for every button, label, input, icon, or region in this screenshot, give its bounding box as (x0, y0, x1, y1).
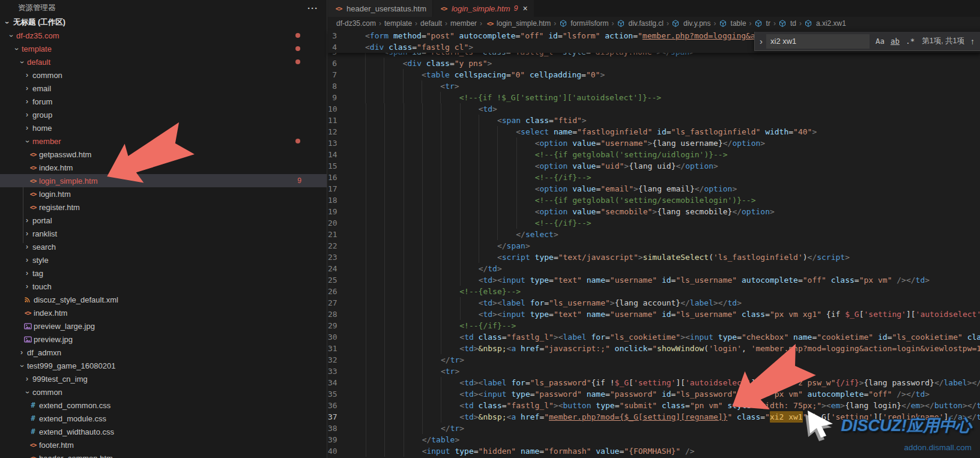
toggle-replace-icon[interactable]: › (760, 36, 763, 46)
tree-item-header-common-htm[interactable]: <>header_common.htm (0, 451, 327, 458)
code-line-14[interactable]: 14<!--{if getglobal('setting/uidlogin')}… (328, 149, 980, 160)
code-line-17[interactable]: 17<option value="email">{lang email}</op… (328, 183, 980, 194)
tree-item-email[interactable]: ›email (0, 82, 327, 95)
code-line-11[interactable]: 11<span class="ftid"> (328, 115, 980, 126)
code-line-31[interactable]: 31<td>&nbsp;<a href="javascript:;" oncli… (328, 343, 980, 354)
breadcrumb-item[interactable]: div.y.pns (672, 19, 711, 28)
code-line-13[interactable]: 13<option value="username">{lang usernam… (328, 137, 980, 149)
tree-item-ranklist[interactable]: ›ranklist (0, 227, 327, 240)
tree-item-extend-widthauto-css[interactable]: #extend_widthauto.css (0, 425, 327, 438)
code-line-29[interactable]: 29<!--{/if}--> (328, 320, 980, 331)
symbol-icon (779, 20, 788, 27)
tree-item-preview-large-jpg[interactable]: preview_large.jpg (0, 319, 327, 333)
tree-item-template[interactable]: ›template (0, 42, 327, 55)
breadcrumb-item[interactable]: tr (755, 19, 770, 28)
code-line-15[interactable]: 15<option value="uid">{lang uid}</option… (328, 160, 980, 172)
tree-item-register-htm[interactable]: <>register.htm (0, 200, 327, 214)
file-tree: ›df-dz35.com›template›default›common›ema… (0, 29, 327, 458)
breadcrumb-item[interactable]: df-dz35.com (336, 19, 376, 28)
code-line-28[interactable]: 28<td><input type="text" name="username"… (328, 309, 980, 320)
find-input[interactable] (766, 34, 870, 49)
code-line-26[interactable]: 26<!--{else}--> (328, 286, 980, 297)
breadcrumb-item[interactable]: template (384, 19, 412, 28)
tree-item-label: forum (32, 97, 52, 106)
code-line-6[interactable]: 6<div class="y pns"> (328, 58, 980, 69)
line-number: 20 (328, 217, 366, 229)
code-line-34[interactable]: 34<td><label for="ls_password"{if !$_G['… (328, 377, 980, 388)
tree-item-default[interactable]: ›default (0, 55, 327, 68)
tree-item-extend-module-css[interactable]: #extend_module.css (0, 412, 327, 425)
tree-item-login-simple-htm[interactable]: <>login_simple.htm9 (0, 174, 327, 187)
code-line-20[interactable]: 20<!--{/if}--> (328, 217, 980, 229)
tree-item-group[interactable]: ›group (0, 108, 327, 121)
code-line-33[interactable]: 33<tr> (328, 366, 980, 377)
explorer-sidebar: 资源管理器 ··· › 无标题 (工作区) ›df-dz35.com›templ… (0, 0, 327, 458)
breadcrumb-separator: › (749, 19, 752, 28)
code-line-21[interactable]: 21</select> (328, 229, 980, 240)
indent-guides (366, 343, 460, 354)
tree-item-portal[interactable]: ›portal (0, 214, 327, 227)
code-line-10[interactable]: 10<td> (328, 103, 980, 115)
tree-item-df-admxn[interactable]: ›df_admxn (0, 346, 327, 359)
tree-item-discuz-style-default-xml[interactable]: discuz_style_default.xml (0, 293, 327, 306)
code-line-19[interactable]: 19<option value="secmobile">{lang secmob… (328, 206, 980, 217)
code-line-18[interactable]: 18<!--{if getglobal('setting/secmobilelo… (328, 194, 980, 206)
chevron-right-icon: › (23, 84, 31, 92)
tree-item-999test-cn-img[interactable]: ›999test_cn_img (0, 372, 327, 385)
whole-word-icon[interactable]: ab (891, 37, 900, 46)
more-actions-icon[interactable]: ··· (307, 3, 318, 13)
line-number: 30 (328, 331, 366, 343)
tree-item-test999-game-16080201[interactable]: ›test999_game_16080201 (0, 359, 327, 372)
indent-guides (366, 411, 460, 423)
match-case-icon[interactable]: Aa (876, 37, 885, 46)
code-line-24[interactable]: 24</td> (328, 263, 980, 274)
tree-item-df-dz35-com[interactable]: ›df-dz35.com (0, 29, 327, 42)
code-line-35[interactable]: 35<td><input type="password" name="passw… (328, 388, 980, 400)
regex-icon[interactable]: .* (906, 37, 915, 46)
code-line-8[interactable]: 8<tr> (328, 80, 980, 92)
find-match-count: 第1项, 共1项 (922, 36, 964, 46)
code-line-12[interactable]: 12<select name="fastloginfield" id="ls_f… (328, 126, 980, 137)
code-editor[interactable]: 3<form method="post" autocomplete="off" … (328, 30, 980, 457)
tree-item-touch[interactable]: ›touch (0, 280, 327, 293)
tree-item-common[interactable]: ›common (0, 385, 327, 399)
tree-item-footer-htm[interactable]: <>footer.htm (0, 438, 327, 451)
breadcrumb-item[interactable]: table (719, 19, 746, 28)
breadcrumb-item[interactable]: a.xi2.xw1 (805, 19, 846, 28)
code-line-32[interactable]: 32</tr> (328, 354, 980, 366)
html-file-icon: <> (23, 309, 32, 316)
find-previous-icon[interactable]: ↑ (970, 37, 975, 46)
code-line-27[interactable]: 27<td><label for="ls_username">{lang acc… (328, 297, 980, 309)
tree-item-index-htm[interactable]: <>index.htm (0, 306, 327, 319)
chevron-right-icon: › (17, 348, 26, 357)
code-line-9[interactable]: 9<!--{if !$_G['setting']['autoidselect']… (328, 92, 980, 103)
tab-header-userstatus[interactable]: <> header_userstatus.htm (328, 0, 432, 17)
chevron-right-icon: › (23, 282, 31, 291)
code-line-23[interactable]: 23<script type="text/javascript">simulat… (328, 252, 980, 263)
breadcrumb-item[interactable]: div.fastlg.cl (617, 19, 664, 28)
line-number: 4 (328, 41, 365, 53)
code-line-16[interactable]: 16<!--{/if}--> (328, 172, 980, 183)
code-line-25[interactable]: 25<td><input type="text" name="username"… (328, 274, 980, 286)
code-line-22[interactable]: 22</span> (328, 240, 980, 252)
breadcrumb-item[interactable]: member (450, 19, 477, 28)
tab-login-simple[interactable]: <> login_simple.htm 9 × (433, 0, 534, 17)
tree-item-tag[interactable]: ›tag (0, 267, 327, 280)
breadcrumb-item[interactable]: <>login_simple.htm (485, 19, 551, 28)
tree-item-common[interactable]: ›common (0, 68, 327, 82)
close-icon[interactable]: × (522, 4, 527, 13)
tree-item-style[interactable]: ›style (0, 253, 327, 267)
code-line-30[interactable]: 30<td class="fastlg_l"><label for="ls_co… (328, 331, 980, 343)
indent-guides (366, 252, 497, 263)
code-line-7[interactable]: 7<table cellspacing="0" cellpadding="0"> (328, 69, 980, 80)
breadcrumb-item[interactable]: form#lsform (559, 19, 608, 28)
tree-item-forum[interactable]: ›forum (0, 95, 327, 108)
tree-item-extend-common-css[interactable]: #extend_common.css (0, 399, 327, 412)
code-line-5[interactable]: 5<span id="return_ls" class="fastlg_l" s… (328, 53, 980, 58)
tree-item-preview-jpg[interactable]: preview.jpg (0, 333, 327, 346)
tree-item-search[interactable]: ›search (0, 240, 327, 253)
tree-item-login-htm[interactable]: <>login.htm (0, 187, 327, 200)
breadcrumb-item[interactable]: td (779, 19, 796, 28)
breadcrumb-item[interactable]: default (420, 19, 442, 28)
workspace-root[interactable]: › 无标题 (工作区) (0, 16, 327, 29)
